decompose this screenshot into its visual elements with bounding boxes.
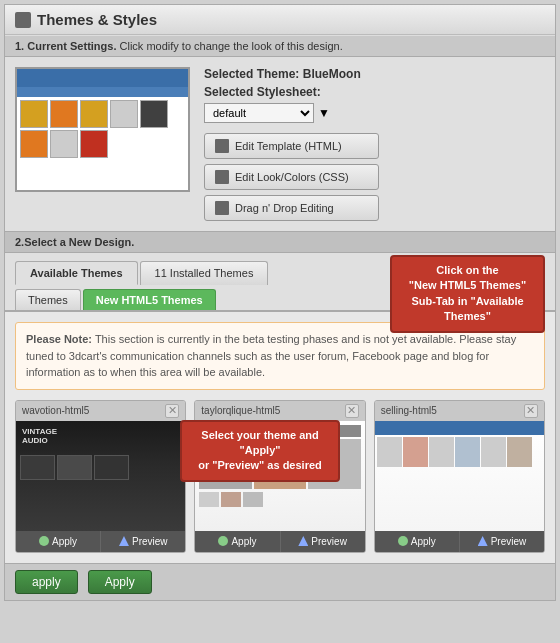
- apply-right-button[interactable]: Apply: [88, 570, 152, 594]
- apply-icon: [218, 536, 228, 546]
- selling-content: [375, 435, 544, 469]
- taylor-extra-item: [199, 492, 219, 507]
- selling-item: [377, 437, 402, 467]
- section1-label: 1. Current Settings. Click modify to cha…: [5, 35, 555, 57]
- theme-name-wavotion: wavotion-html5: [22, 405, 89, 416]
- preview-item: [140, 100, 168, 128]
- theme-card-selling: selling-html5 ✕: [374, 400, 545, 553]
- edit-template-icon: [215, 139, 229, 153]
- apply-taylor-button[interactable]: Apply: [195, 531, 280, 552]
- theme-preview-selling: [375, 421, 544, 531]
- preview-item: [20, 100, 48, 128]
- preview-icon: [298, 536, 308, 546]
- themes-content-area: Please Note: This section is currently i…: [5, 310, 555, 563]
- selling-item: [507, 437, 532, 467]
- theme-preview-image: [15, 67, 190, 192]
- selling-item: [429, 437, 454, 467]
- theme-card-header-taylor: taylorqlique-html5 ✕: [195, 401, 364, 421]
- stylesheet-select-area: default ▼: [204, 103, 545, 123]
- close-selling-button[interactable]: ✕: [524, 404, 538, 418]
- selling-item: [481, 437, 506, 467]
- palette-icon: [15, 12, 31, 28]
- wavotion-item: [20, 455, 55, 480]
- apply-icon: [398, 536, 408, 546]
- selling-item: [403, 437, 428, 467]
- theme-card-header-selling: selling-html5 ✕: [375, 401, 544, 421]
- preview-nav-bar: [17, 87, 188, 97]
- themes-grid-wrapper: wavotion-html5 ✕ VINTAGEAUDIO: [15, 400, 545, 553]
- tabs-region: Available Themes 11 Installed Themes Cli…: [5, 253, 555, 285]
- wavotion-item: [57, 455, 92, 480]
- subtab-themes[interactable]: Themes: [15, 289, 81, 310]
- wavotion-item: [94, 455, 129, 480]
- wavotion-text: VINTAGEAUDIO: [16, 421, 185, 451]
- preview-item: [20, 130, 48, 158]
- tooltip-html5-themes: Click on the "New HTML5 Themes" Sub-Tab …: [390, 255, 545, 333]
- close-wavotion-button[interactable]: ✕: [165, 404, 179, 418]
- preview-wavotion-button[interactable]: Preview: [101, 531, 185, 552]
- subtab-new-html5[interactable]: New HTML5 Themes: [83, 289, 216, 310]
- preview-icon: [119, 536, 129, 546]
- tab-available-themes[interactable]: Available Themes: [15, 261, 138, 285]
- current-settings-area: Selected Theme: BlueMoon Selected Styles…: [5, 57, 555, 231]
- settings-right-panel: Selected Theme: BlueMoon Selected Styles…: [204, 67, 545, 221]
- preview-item: [50, 130, 78, 158]
- taylor-extra: [199, 492, 360, 507]
- theme-card-footer-taylor: Apply Preview: [195, 531, 364, 552]
- selling-item: [455, 437, 480, 467]
- theme-preview-wavotion: VINTAGEAUDIO: [16, 421, 185, 531]
- theme-card-footer-selling: Apply Preview: [375, 531, 544, 552]
- theme-card-footer-wavotion: Apply Preview: [16, 531, 185, 552]
- apply-icon: [39, 536, 49, 546]
- section2-label: 2.Select a New Design.: [5, 231, 555, 253]
- bottom-buttons-area: apply Apply: [5, 563, 555, 600]
- preview-icon: [478, 536, 488, 546]
- taylor-extra-item: [243, 492, 263, 507]
- preview-top-bar: [17, 69, 188, 87]
- apply-left-button[interactable]: apply: [15, 570, 78, 594]
- apply-wavotion-button[interactable]: Apply: [16, 531, 101, 552]
- apply-selling-button[interactable]: Apply: [375, 531, 460, 552]
- preview-selling-button[interactable]: Preview: [460, 531, 544, 552]
- preview-taylor-button[interactable]: Preview: [281, 531, 365, 552]
- theme-name-selling: selling-html5: [381, 405, 437, 416]
- close-taylor-button[interactable]: ✕: [345, 404, 359, 418]
- preview-item: [80, 130, 108, 158]
- page-header: Themes & Styles: [5, 5, 555, 35]
- theme-card-wavotion: wavotion-html5 ✕ VINTAGEAUDIO: [15, 400, 186, 553]
- wavotion-items: [16, 451, 185, 484]
- edit-template-button[interactable]: Edit Template (HTML): [204, 133, 379, 159]
- drag-drop-icon: [215, 201, 229, 215]
- tooltip-apply-preview: Select your theme and "Apply" or "Previe…: [180, 420, 340, 482]
- preview-item: [80, 100, 108, 128]
- taylor-extra-item: [221, 492, 241, 507]
- page-title: Themes & Styles: [37, 11, 157, 28]
- selected-theme-label: Selected Theme: BlueMoon: [204, 67, 545, 81]
- edit-look-icon: [215, 170, 229, 184]
- selling-top-bar: [375, 421, 544, 435]
- main-container: Themes & Styles 1. Current Settings. Cli…: [4, 4, 556, 601]
- stylesheet-dropdown[interactable]: default: [204, 103, 314, 123]
- theme-name-taylor: taylorqlique-html5: [201, 405, 280, 416]
- preview-content-area: [17, 97, 188, 161]
- edit-look-button[interactable]: Edit Look/Colors (CSS): [204, 164, 379, 190]
- tab-installed-themes[interactable]: 11 Installed Themes: [140, 261, 269, 285]
- stylesheet-label: Selected Stylesheet:: [204, 85, 545, 99]
- drag-drop-button[interactable]: Drag n' Drop Editing: [204, 195, 379, 221]
- preview-item: [50, 100, 78, 128]
- action-buttons-group: Edit Template (HTML) Edit Look/Colors (C…: [204, 133, 545, 221]
- dropdown-arrow-icon: ▼: [318, 106, 330, 120]
- theme-card-header-wavotion: wavotion-html5 ✕: [16, 401, 185, 421]
- preview-item: [110, 100, 138, 128]
